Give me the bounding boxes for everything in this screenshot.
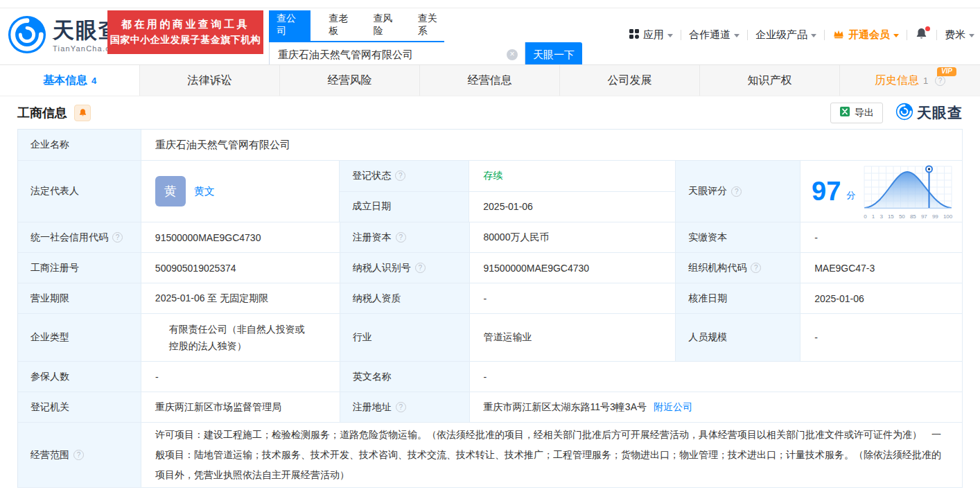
menu-partner-label: 合作通道 [689,28,730,42]
tab-label: 基本信息 [43,73,87,88]
search-tab-boss[interactable]: 查老板 [329,10,355,41]
site-logo[interactable]: 天眼查 TianYanCha.com [7,15,123,58]
help-icon[interactable] [112,232,123,243]
axis-tick: 99 [932,213,938,220]
english-name-value: - [470,362,963,392]
org-code-value: MAE9GC47-3 [800,253,963,283]
help-icon[interactable] [395,170,405,181]
field-label: 英文名称 [340,362,470,392]
help-icon[interactable] [396,402,406,412]
table-row: 法定代表人 黄 黄文 登记状态 存续 成立日期 2025-01-06 [18,161,963,222]
tab-basic-info[interactable]: 基本信息 4 [0,65,140,96]
export-button[interactable]: 导出 [830,103,883,123]
axis-tick: 50 [899,213,905,220]
monitor-bell-button[interactable] [74,105,91,121]
help-icon[interactable] [751,263,761,273]
help-icon[interactable] [731,186,742,197]
field-label-text: 经营范围 [30,449,69,462]
clear-search-icon[interactable] [507,49,518,60]
company-type-text: 有限责任公司（非自然人投资或控股的法人独资） [155,314,329,362]
legal-rep-link[interactable]: 黄文 [194,185,215,198]
tab-history-info[interactable]: VIP 历史信息 1 [840,65,980,96]
reg-number-value: 500905019025374 [141,253,340,283]
help-icon[interactable] [935,76,945,86]
chevron-down-icon [811,34,816,37]
chevron-down-icon [969,34,974,37]
field-label-text: 注册地址 [353,401,392,414]
business-term-value: 2025-01-06 至 无固定期限 [141,283,340,314]
field-label: 核准日期 [676,283,800,314]
avatar[interactable]: 黄 [155,176,186,207]
reg-authority-value: 重庆两江新区市场监督管理局 [141,392,340,423]
search-tab-risk[interactable]: 查风险 [374,10,400,41]
tab-operating-info[interactable]: 经营信息 [420,65,560,96]
tab-legal-proceedings[interactable]: 法律诉讼 [140,65,280,96]
axis-tick: 3 [880,213,882,220]
table-row: 统一社会信用代码 91500000MAE9GC4730 注册资本 80000万人… [18,222,963,253]
field-label: 企业类型 [18,314,141,362]
search-tab-relation[interactable]: 查关系 [418,10,444,41]
menu-vip[interactable]: 开通会员 [832,28,899,42]
reg-address-value: 重庆市两江新区太湖东路11号3幢3A号 [484,401,647,414]
table-row: 企业名称 重庆石油天然气管网有限公司 [18,130,963,161]
field-label-text: 注册资本 [353,231,392,244]
tab-intellectual-property[interactable]: 知识产权 [700,65,840,96]
crown-icon [832,28,845,42]
table-row: 登记机关 重庆两江新区市场监督管理局 注册地址 重庆市两江新区太湖东路11号3幢… [18,392,963,423]
field-label: 天眼评分 [676,161,800,222]
field-label: 登记状态 [340,161,469,192]
banner-line1: 都在用的商业查询工具 [121,18,250,31]
search-input[interactable] [270,49,507,61]
axis-tick: 15 [888,213,894,220]
menu-divider [907,30,907,40]
help-icon[interactable] [396,232,406,243]
menu-divider [681,30,681,40]
field-label: 注册资本 [340,222,470,253]
search-tab-company[interactable]: 查公司 [269,10,310,41]
company-nav-tabs: 基本信息 4 法律诉讼 经营风险 经营信息 公司发展 知识产权 VIP 历史信息… [0,64,980,96]
field-label: 人员规模 [676,314,800,362]
taxpayer-id-value: 91500000MAE9GC4730 [470,253,676,283]
tianyancha-company-page: 天眼查 TianYanCha.com 都在用的商业查询工具 国家中小企业发展子基… [0,0,980,492]
status-date-block: 登记状态 存续 成立日期 2025-01-06 [340,161,676,222]
score-value: 97 [812,178,841,204]
axis-tick: 0 [864,213,866,220]
menu-divider [936,30,937,40]
axis-tick: 97 [921,213,927,220]
menu-apps[interactable]: 应用 [629,28,673,42]
score-distribution-chart: 0 1 3 15 50 85 97 99 100 [864,164,952,220]
header-menu: 应用 合作通道 企业级产品 开通会员 费 [629,28,974,42]
tab-company-development[interactable]: 公司发展 [560,65,700,96]
field-label: 实缴资本 [676,222,800,253]
banner-line2: 国家中小企业发展子基金旗下机构 [110,34,261,46]
table-row: 企业类型 有限责任公司（非自然人投资或控股的法人独资） 行业 管道运输业 人员规… [18,314,963,362]
score-unit: 分 [846,189,855,202]
nearby-companies-link[interactable]: 附近公司 [654,401,692,414]
staff-size-value: - [800,314,963,362]
field-label-text: 登记状态 [352,170,391,182]
notification-dot [925,26,930,31]
menu-partner[interactable]: 合作通道 [689,28,740,42]
tab-count: 1 [923,76,928,86]
insured-value: - [141,362,340,392]
axis-tick: 85 [910,213,916,220]
menu-divider [747,30,748,40]
excel-icon [839,106,850,119]
taxpayer-quality-value: - [470,283,676,314]
field-label-text: 组织机构代码 [688,262,746,274]
paid-capital-value: - [800,222,963,253]
field-label: 工商注册号 [18,253,141,283]
notifications-button[interactable] [915,28,929,42]
field-label: 注册地址 [340,392,470,423]
field-label: 行业 [340,314,470,362]
company-name-value: 重庆石油天然气管网有限公司 [141,130,963,161]
menu-enterprise[interactable]: 企业级产品 [755,28,816,42]
menu-apps-label: 应用 [643,28,664,42]
help-icon[interactable] [73,450,84,460]
company-type-value: 有限责任公司（非自然人投资或控股的法人独资） [141,314,340,362]
business-scope-text: 许可项目：建设工程施工；检验检测服务；道路危险货物运输。（依法须经批准的项目，经… [155,425,948,484]
user-menu[interactable]: 费米 [945,28,974,42]
tab-operating-risk[interactable]: 经营风险 [280,65,420,96]
reg-address-cell: 重庆市两江新区太湖东路11号3幢3A号 附近公司 [470,392,963,423]
help-icon[interactable] [415,263,426,273]
